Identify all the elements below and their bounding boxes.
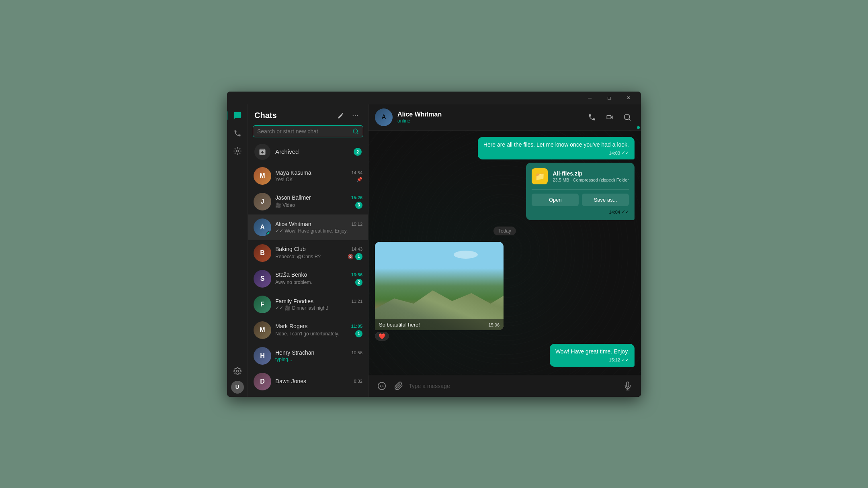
chat-time-henry: 10:56 bbox=[351, 350, 362, 355]
mic-button[interactable] bbox=[621, 379, 635, 393]
heart-reaction[interactable]: ❤️ bbox=[375, 332, 389, 341]
chat-item-mark[interactable]: M Mark Rogers 11:05 Nope. I can't go unf… bbox=[248, 317, 368, 343]
svg-point-1 bbox=[236, 370, 238, 372]
nav-calls[interactable] bbox=[229, 125, 246, 141]
chat-item-alice[interactable]: A Alice Whitman 15:12 ✓✓ Wow! Have great… bbox=[248, 214, 368, 240]
chat-name-mark: Mark Rogers bbox=[275, 323, 307, 329]
file-details: All-files.zip 23.5 MB · Compressed (zipp… bbox=[553, 170, 629, 182]
nav-chats[interactable] bbox=[229, 108, 246, 124]
open-file-button[interactable]: Open bbox=[532, 194, 579, 206]
message-row-1: Here are all the files. Let me know once… bbox=[375, 137, 635, 160]
input-area bbox=[368, 375, 641, 397]
more-options-button[interactable] bbox=[349, 109, 362, 122]
chat-time-family: 11:21 bbox=[351, 299, 362, 304]
search-bar[interactable] bbox=[253, 125, 363, 137]
chat-name-stasa: Staša Benko bbox=[275, 272, 307, 278]
chat-header-actions bbox=[585, 110, 635, 125]
chat-name-row-family: Family Foodies 11:21 bbox=[275, 298, 362, 304]
save-file-button[interactable]: Save as... bbox=[582, 194, 629, 206]
image-caption: So beautiful here! bbox=[379, 322, 420, 328]
chat-name-jason: Jason Ballmer bbox=[275, 194, 311, 201]
chat-time-mark: 11:05 bbox=[351, 324, 362, 329]
file-size: 23.5 MB · Compressed (zipped) Folder bbox=[553, 178, 629, 182]
chat-info-jason: Jason Ballmer 15:26 🎥 Video 3 bbox=[275, 194, 362, 209]
chat-name-dawn: Dawn Jones bbox=[275, 378, 306, 384]
chat-preview-alice: ✓✓ Wow! Have great time. Enjoy. bbox=[275, 228, 362, 234]
chat-time-baking: 14:43 bbox=[351, 247, 362, 251]
chat-preview-jason: 🎥 Video 3 bbox=[275, 202, 362, 209]
avatar-jason: J bbox=[254, 193, 271, 210]
chat-preview-text-family: ✓✓ 🎥 Dinner last night! bbox=[275, 305, 362, 311]
badge-baking: 1 bbox=[355, 253, 362, 260]
app-body: U Chats bbox=[227, 104, 641, 397]
nav-user-settings[interactable] bbox=[229, 363, 246, 379]
search-input[interactable] bbox=[257, 128, 349, 135]
new-chat-button[interactable] bbox=[334, 109, 347, 122]
date-label: Today bbox=[493, 227, 516, 235]
chat-item-family[interactable]: F Family Foodies 11:21 ✓✓ 🎥 Dinner last … bbox=[248, 292, 368, 317]
reaction-row: ❤️ bbox=[375, 332, 504, 341]
chat-header: A Alice Whitman online bbox=[368, 104, 641, 131]
avatar-stasa: S bbox=[254, 270, 271, 288]
check-icon-1: ✓✓ bbox=[622, 150, 629, 155]
image-time: 15:06 bbox=[488, 323, 500, 327]
bubble-time-1: 14:03 bbox=[609, 151, 620, 155]
voice-call-button[interactable] bbox=[585, 110, 599, 125]
close-button[interactable]: ✕ bbox=[619, 92, 638, 104]
chat-name-henry: Henry Strachan bbox=[275, 349, 314, 356]
badge-mark: 1 bbox=[355, 330, 362, 337]
chat-preview-text-maya: Yes! OK bbox=[275, 177, 355, 182]
chat-info-henry: Henry Strachan 10:56 typing... bbox=[275, 349, 362, 362]
bubble-text-2: Wow! Have great time. Enjoy. bbox=[555, 348, 629, 356]
chat-item-maya[interactable]: M Maya Kasuma 14:54 Yes! OK 📌 bbox=[248, 163, 368, 189]
archived-row[interactable]: Archived 2 bbox=[248, 141, 368, 163]
bubble-meta-1: 14:03 ✓✓ bbox=[483, 150, 629, 155]
nav-rail: U bbox=[227, 104, 248, 397]
chat-name-row-maya: Maya Kasuma 14:54 bbox=[275, 169, 362, 176]
chat-info-stasa: Staša Benko 13:56 Aww no problem. 2 bbox=[275, 272, 362, 286]
file-icon: 📁 bbox=[532, 168, 548, 184]
avatar-henry: H bbox=[254, 347, 271, 365]
chat-info-maya: Maya Kasuma 14:54 Yes! OK 📌 bbox=[275, 169, 362, 182]
svg-point-7 bbox=[378, 382, 385, 389]
search-chat-button[interactable] bbox=[620, 110, 635, 125]
message-row-2: Wow! Have great time. Enjoy. 15:12 ✓✓ bbox=[375, 344, 635, 367]
chat-item-stasa[interactable]: S Staša Benko 13:56 Aww no problem. 2 bbox=[248, 266, 368, 292]
chat-name-family: Family Foodies bbox=[275, 298, 313, 304]
chat-list: M Maya Kasuma 14:54 Yes! OK 📌 J bbox=[248, 163, 368, 397]
user-avatar[interactable]: U bbox=[231, 381, 244, 394]
svg-point-3 bbox=[355, 115, 356, 116]
app-window: ─ □ ✕ bbox=[227, 92, 641, 397]
message-input[interactable] bbox=[409, 380, 618, 392]
maximize-button[interactable]: □ bbox=[600, 92, 618, 104]
chat-info-dawn: Dawn Jones 8:32 bbox=[275, 378, 362, 385]
search-icon bbox=[352, 128, 359, 135]
chat-name-row-stasa: Staša Benko 13:56 bbox=[275, 272, 362, 278]
chat-preview-text-alice: ✓✓ Wow! Have great time. Enjoy. bbox=[275, 228, 362, 234]
video-call-button[interactable] bbox=[602, 110, 617, 125]
attach-button[interactable] bbox=[392, 379, 405, 393]
chat-name-row-mark: Mark Rogers 11:05 bbox=[275, 323, 362, 329]
messages-area: Here are all the files. Let me know once… bbox=[368, 131, 641, 375]
pin-icon-maya: 📌 bbox=[356, 177, 362, 182]
svg-point-4 bbox=[357, 115, 358, 116]
avatar-mark: M bbox=[254, 321, 271, 339]
file-name: All-files.zip bbox=[553, 170, 629, 177]
chat-item-henry[interactable]: H Henry Strachan 10:56 typing... bbox=[248, 343, 368, 369]
check-icon-2: ✓✓ bbox=[622, 357, 629, 363]
emoji-button[interactable] bbox=[375, 379, 389, 393]
chat-item-baking[interactable]: B Baking Club 14:43 Rebecca: @Chris R? 🔇… bbox=[248, 240, 368, 266]
svg-point-2 bbox=[353, 115, 354, 116]
file-meta: 14:04 ✓✓ bbox=[532, 209, 629, 214]
nav-bottom: U bbox=[229, 363, 246, 394]
nav-settings-gear[interactable] bbox=[229, 143, 246, 159]
header-actions bbox=[334, 109, 362, 122]
chat-preview-henry: typing... bbox=[275, 357, 362, 362]
contact-status: online bbox=[397, 118, 585, 124]
minimize-button[interactable]: ─ bbox=[581, 92, 599, 104]
chat-preview-text-jason: 🎥 Video bbox=[275, 202, 354, 208]
chat-item-dawn[interactable]: D Dawn Jones 8:32 bbox=[248, 369, 368, 394]
chat-item-jason[interactable]: J Jason Ballmer 15:26 🎥 Video 3 bbox=[248, 189, 368, 214]
file-bubble: 📁 All-files.zip 23.5 MB · Compressed (zi… bbox=[526, 163, 635, 220]
titlebar: ─ □ ✕ bbox=[227, 92, 641, 104]
